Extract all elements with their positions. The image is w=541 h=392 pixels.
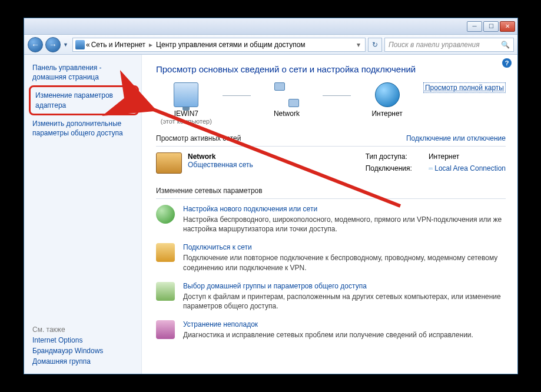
access-type-label: Тип доступа: — [366, 152, 412, 162]
see-also-label: См. также — [32, 325, 135, 334]
new-connection-icon — [156, 205, 175, 224]
sidebar-advanced-sharing-link[interactable]: Изменить дополнительные параметры общего… — [32, 119, 135, 138]
computer-icon — [174, 82, 198, 107]
change-settings-title: Изменение сетевых параметров — [156, 187, 506, 195]
breadcrumb-level-2[interactable]: Центр управления сетями и общим доступом — [156, 41, 306, 49]
window-titlebar: ─ ☐ ✕ — [24, 18, 517, 35]
setting-homegroup: Выбор домашней группы и параметров общег… — [156, 282, 506, 311]
active-network-left: Network Общественная сеть — [156, 152, 253, 174]
breadcrumb-separator: ▸ — [147, 41, 155, 49]
location-icon — [75, 40, 85, 49]
bench-icon — [156, 152, 182, 174]
breadcrumb-dropdown[interactable]: ▾ — [354, 41, 363, 49]
map-connector-2 — [323, 95, 351, 96]
network-icon — [274, 82, 299, 107]
setting-homegroup-desc: Доступ к файлам и принтерам, расположенн… — [183, 292, 506, 311]
active-network-row: Network Общественная сеть Тип доступа: И… — [156, 152, 506, 174]
annotation-highlight: Изменение параметров адаптера — [29, 85, 139, 115]
ethernet-icon: ⎓ — [429, 164, 433, 172]
view-full-map-link[interactable]: Просмотр полной карты — [423, 82, 506, 93]
active-network-name: Network — [188, 152, 253, 161]
search-placeholder: Поиск в панели управления — [389, 41, 480, 49]
computer-name: IEWIN7 — [174, 109, 198, 118]
globe-icon — [375, 82, 400, 107]
map-connector-1 — [223, 95, 251, 96]
troubleshoot-icon — [156, 320, 175, 339]
breadcrumb-prefix: « — [86, 41, 90, 49]
setting-troubleshoot-link[interactable]: Устранение неполадок — [183, 320, 473, 328]
active-network-details: Тип доступа: Интернет Подключения: ⎓ Loc… — [366, 152, 506, 174]
setting-connect-network-desc: Подключение или повторное подключение к … — [183, 253, 506, 272]
computer-sub: (этот компьютер) — [161, 118, 212, 125]
map-node-network: Network — [257, 82, 317, 118]
connection-link[interactable]: ⎓ Local Area Connection — [429, 164, 506, 174]
active-network-type-link[interactable]: Общественная сеть — [188, 161, 253, 169]
sidebar-adapter-settings-link[interactable]: Изменение параметров адаптера — [35, 91, 132, 109]
sidebar-see-also: См. также Internet Options Брандмауэр Wi… — [32, 325, 135, 368]
see-also-homegroup[interactable]: Домашняя группа — [32, 357, 135, 366]
refresh-button[interactable]: ↻ — [368, 38, 382, 52]
search-input[interactable]: Поиск в панели управления 🔍 — [384, 38, 514, 52]
map-node-internet: Интернет — [357, 82, 417, 118]
navigation-bar: ← → ▼ « Сеть и Интернет ▸ Центр управлен… — [24, 35, 517, 55]
page-title: Просмотр основных сведений о сети и наст… — [156, 64, 506, 74]
connect-disconnect-link[interactable]: Подключение или отключение — [406, 134, 506, 142]
forward-button[interactable]: → — [45, 37, 61, 52]
setting-connect-network-link[interactable]: Подключиться к сети — [183, 243, 506, 251]
window-body: ? Панель управления - домашняя страница … — [24, 55, 517, 374]
search-icon: 🔍 — [501, 41, 510, 49]
maximize-button[interactable]: ☐ — [483, 21, 499, 32]
setting-new-connection-desc: Настройка беспроводного, широкополосного… — [183, 215, 506, 234]
setting-troubleshoot-desc: Диагностика и исправление сетевых пробле… — [183, 330, 473, 340]
close-button[interactable]: ✕ — [500, 21, 515, 32]
back-button[interactable]: ← — [28, 37, 43, 52]
see-also-firewall[interactable]: Брандмауэр Windows — [32, 347, 135, 355]
setting-new-connection: Настройка нового подключения или сети На… — [156, 205, 506, 234]
see-also-internet-options[interactable]: Internet Options — [32, 336, 135, 344]
network-name: Network — [274, 109, 300, 118]
minimize-button[interactable]: ─ — [467, 21, 482, 32]
divider-2 — [156, 198, 506, 199]
internet-name: Интернет — [371, 109, 402, 118]
nav-history-dropdown[interactable]: ▼ — [63, 42, 70, 48]
divider — [156, 146, 506, 147]
sidebar-spacer — [32, 144, 135, 320]
active-networks-label: Просмотр активных сетей — [156, 134, 241, 142]
setting-connect-network: Подключиться к сети Подключение или повт… — [156, 243, 506, 272]
breadcrumb-level-1[interactable]: Сеть и Интернет — [91, 41, 145, 49]
active-networks-title: Просмотр активных сетей Подключение или … — [156, 134, 506, 142]
connections-label: Подключения: — [366, 164, 412, 174]
setting-troubleshoot: Устранение неполадок Диагностика и испра… — [156, 320, 506, 340]
map-node-computer: IEWIN7 (этот компьютер) — [156, 82, 217, 125]
main-content: Просмотр основных сведений о сети и наст… — [142, 55, 517, 374]
address-breadcrumb[interactable]: « Сеть и Интернет ▸ Центр управления сет… — [72, 38, 366, 52]
setting-homegroup-link[interactable]: Выбор домашней группы и параметров общег… — [183, 282, 506, 290]
settings-list: Настройка нового подключения или сети На… — [156, 205, 506, 340]
help-icon[interactable]: ? — [502, 58, 512, 68]
setting-new-connection-link[interactable]: Настройка нового подключения или сети — [183, 205, 506, 213]
sidebar-home-link[interactable]: Панель управления - домашняя страница — [32, 63, 135, 82]
homegroup-icon — [156, 282, 175, 301]
sidebar: Панель управления - домашняя страница Из… — [24, 55, 142, 374]
connection-name: Local Area Connection — [434, 164, 506, 172]
connect-network-icon — [156, 243, 175, 262]
control-panel-window: ─ ☐ ✕ ← → ▼ « Сеть и Интернет ▸ Центр уп… — [24, 18, 518, 374]
network-map: IEWIN7 (этот компьютер) Network Интернет… — [156, 82, 506, 125]
access-type-value: Интернет — [429, 152, 506, 162]
